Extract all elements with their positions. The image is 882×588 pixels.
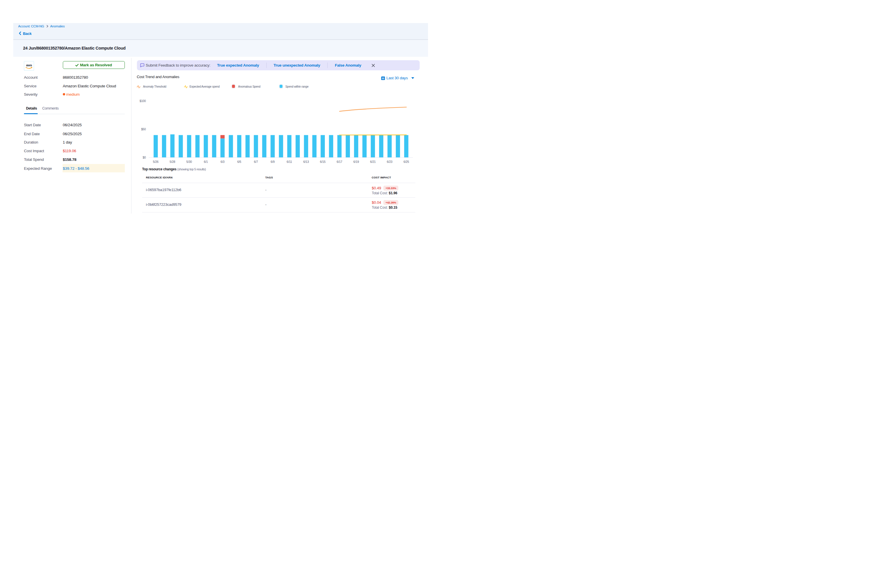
svg-text:aws: aws (26, 63, 32, 67)
svg-text:6/7: 6/7 (254, 160, 258, 164)
svg-text:5/28: 5/28 (170, 160, 176, 164)
svg-text:6/19: 6/19 (353, 160, 359, 164)
svg-text:6/9: 6/9 (271, 160, 275, 164)
svg-text:$50: $50 (141, 128, 146, 131)
svg-text:6/13: 6/13 (303, 160, 309, 164)
svg-text:5/26: 5/26 (153, 160, 159, 164)
svg-text:6/3: 6/3 (220, 160, 225, 164)
svg-text:$0: $0 (142, 156, 146, 159)
svg-text:6/15: 6/15 (320, 160, 326, 164)
svg-text:6/1: 6/1 (204, 160, 208, 164)
svg-text:6/11: 6/11 (287, 160, 292, 164)
svg-text:5/30: 5/30 (186, 160, 192, 164)
svg-text:$100: $100 (140, 99, 146, 103)
svg-text:6/23: 6/23 (387, 160, 393, 164)
svg-text:6/21: 6/21 (370, 160, 376, 164)
svg-text:6/5: 6/5 (237, 160, 241, 164)
svg-text:6/25: 6/25 (404, 160, 409, 164)
svg-text:6/17: 6/17 (337, 160, 342, 164)
